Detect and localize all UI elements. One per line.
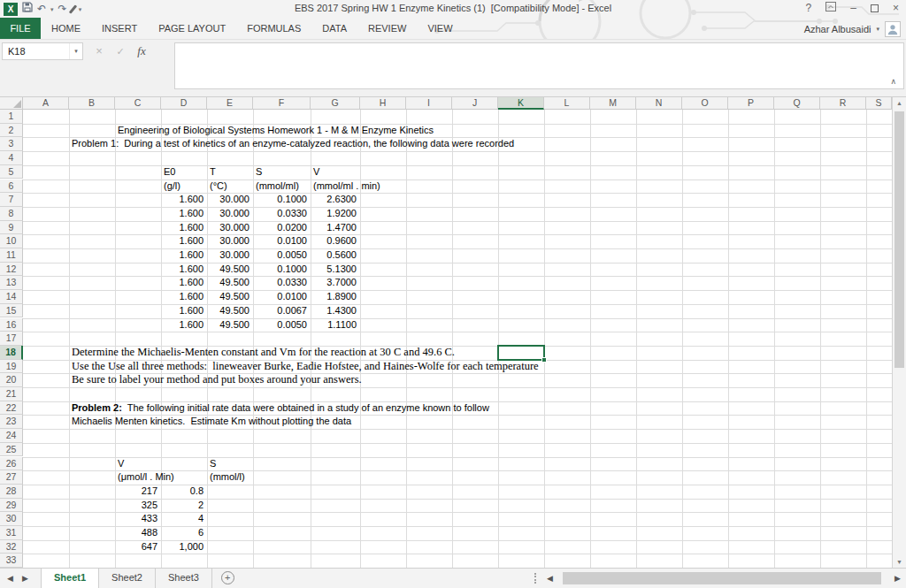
maximize-icon[interactable] — [871, 4, 879, 12]
cell-F11[interactable]: 0.0050 — [253, 248, 307, 263]
cell-D28[interactable]: 0.8 — [161, 485, 203, 499]
cell-E5[interactable]: T — [210, 165, 216, 179]
new-sheet-icon[interactable]: + — [221, 571, 234, 584]
column-header-R[interactable]: R — [820, 97, 866, 110]
sheet-nav-left-icon[interactable]: ◀ — [7, 574, 13, 583]
formula-bar-collapse-icon[interactable]: ∧ — [890, 77, 896, 86]
fill-handle[interactable] — [541, 357, 547, 363]
cell-E26[interactable]: S — [210, 457, 216, 471]
cell-G6[interactable]: (mmol/ml . min) — [313, 179, 380, 194]
cell-D31[interactable]: 6 — [161, 526, 203, 540]
cell-C31[interactable]: 488 — [115, 526, 157, 540]
tab-file[interactable]: FILE — [0, 18, 41, 39]
column-header-O[interactable]: O — [682, 97, 728, 110]
cell-G15[interactable]: 1.4300 — [311, 304, 357, 318]
cell-F5[interactable]: S — [256, 165, 262, 179]
row-header-31[interactable]: 31 — [0, 526, 23, 540]
row-header-5[interactable]: 5 — [0, 165, 23, 179]
cell-B19[interactable]: Use the Use all three methods: lineweave… — [72, 360, 539, 374]
cell-E7[interactable]: 30.000 — [207, 193, 250, 207]
row-header-9[interactable]: 9 — [0, 221, 23, 235]
cell-E8[interactable]: 30.000 — [207, 207, 250, 221]
row-header-27[interactable]: 27 — [0, 470, 23, 485]
cell-D7[interactable]: 1.600 — [161, 193, 203, 207]
cell-C32[interactable]: 647 — [115, 540, 157, 554]
minimize-icon[interactable]: – — [850, 2, 856, 15]
tab-page-layout[interactable]: PAGE LAYOUT — [148, 18, 236, 39]
close-icon[interactable]: × — [893, 2, 899, 15]
cell-D10[interactable]: 1.600 — [161, 234, 203, 248]
cell-D6[interactable]: (g/l) — [164, 179, 180, 194]
row-header-30[interactable]: 30 — [0, 512, 23, 526]
cell-F8[interactable]: 0.0330 — [253, 207, 307, 221]
cell-D5[interactable]: E0 — [164, 165, 175, 179]
cell-G8[interactable]: 1.9200 — [311, 207, 357, 221]
cell-F14[interactable]: 0.0100 — [253, 290, 307, 304]
vertical-scrollbar-thumb[interactable] — [894, 111, 904, 368]
cell-F13[interactable]: 0.0330 — [253, 276, 307, 290]
column-header-P[interactable]: P — [728, 97, 774, 110]
horizontal-scrollbar-thumb[interactable] — [563, 572, 881, 584]
column-header-C[interactable]: C — [115, 97, 161, 110]
enter-icon[interactable]: ✓ — [110, 42, 131, 60]
cell-B23[interactable]: Michaelis Menten kinetics. Estimate Km w… — [72, 415, 351, 429]
selection-box[interactable] — [497, 345, 545, 361]
row-header-8[interactable]: 8 — [0, 207, 23, 221]
row-header-26[interactable]: 26 — [0, 457, 23, 471]
row-header-19[interactable]: 19 — [0, 360, 23, 374]
cell-E15[interactable]: 49.500 — [207, 304, 250, 318]
tab-scrollbar-splitter[interactable] — [534, 573, 538, 584]
column-header-B[interactable]: B — [69, 97, 115, 110]
cell-G10[interactable]: 0.9600 — [311, 234, 357, 248]
cell-D32[interactable]: 1,000 — [161, 540, 203, 554]
avatar[interactable] — [885, 21, 901, 37]
name-box-dropdown-icon[interactable]: ▾ — [69, 43, 82, 59]
cell-D13[interactable]: 1.600 — [161, 276, 203, 290]
row-header-28[interactable]: 28 — [0, 485, 23, 499]
ribbon-display-options-icon[interactable] — [825, 2, 836, 15]
row-header-14[interactable]: 14 — [0, 290, 23, 304]
cell-E13[interactable]: 49.500 — [207, 276, 250, 290]
column-header-N[interactable]: N — [636, 97, 682, 110]
row-header-20[interactable]: 20 — [0, 373, 23, 387]
cell-D15[interactable]: 1.600 — [161, 304, 203, 318]
cell-C26[interactable]: V — [118, 457, 124, 471]
cell-G9[interactable]: 1.4700 — [311, 221, 357, 235]
row-header-11[interactable]: 11 — [0, 248, 23, 263]
column-header-Q[interactable]: Q — [774, 97, 820, 110]
column-header-F[interactable]: F — [253, 97, 311, 110]
cancel-icon[interactable]: × — [88, 42, 110, 60]
sheet-tab-sheet1[interactable]: Sheet1 — [41, 569, 99, 588]
row-header-10[interactable]: 10 — [0, 234, 23, 248]
cell-C27[interactable]: (μmol/l . Min) — [118, 470, 174, 485]
scroll-left-icon[interactable]: ◀ — [547, 574, 553, 583]
row-header-12[interactable]: 12 — [0, 263, 23, 277]
tab-review[interactable]: REVIEW — [357, 18, 417, 39]
save-icon[interactable] — [22, 2, 33, 16]
row-header-29[interactable]: 29 — [0, 499, 23, 513]
row-header-7[interactable]: 7 — [0, 193, 23, 207]
cell-G13[interactable]: 3.7000 — [311, 276, 357, 290]
row-header-17[interactable]: 17 — [0, 332, 23, 346]
column-header-I[interactable]: I — [406, 97, 452, 110]
row-header-18[interactable]: 18 — [0, 346, 23, 360]
column-header-A[interactable]: A — [23, 97, 69, 110]
formula-input[interactable]: ∧ — [174, 42, 904, 89]
spreadsheet-grid[interactable]: ABCDEFGHIJKLMNOPQRS123456789101112131415… — [0, 97, 892, 568]
row-header-1[interactable]: 1 — [0, 110, 23, 124]
scroll-right-icon[interactable]: ▶ — [894, 574, 901, 583]
cell-D29[interactable]: 2 — [161, 499, 203, 513]
tab-data[interactable]: DATA — [311, 18, 357, 39]
undo-icon[interactable]: ↶ — [37, 3, 46, 16]
cell-C28[interactable]: 217 — [115, 485, 157, 499]
cell-F16[interactable]: 0.0050 — [253, 318, 307, 332]
row-header-3[interactable]: 3 — [0, 137, 23, 151]
row-header-33[interactable]: 33 — [0, 554, 23, 568]
row-header-32[interactable]: 32 — [0, 540, 23, 554]
row-header-16[interactable]: 16 — [0, 318, 23, 332]
cell-D14[interactable]: 1.600 — [161, 290, 203, 304]
account-dropdown-icon[interactable]: ▾ — [876, 26, 879, 33]
tab-formulas[interactable]: FORMULAS — [236, 18, 311, 39]
cell-F15[interactable]: 0.0067 — [253, 304, 307, 318]
column-header-J[interactable]: J — [452, 97, 498, 110]
